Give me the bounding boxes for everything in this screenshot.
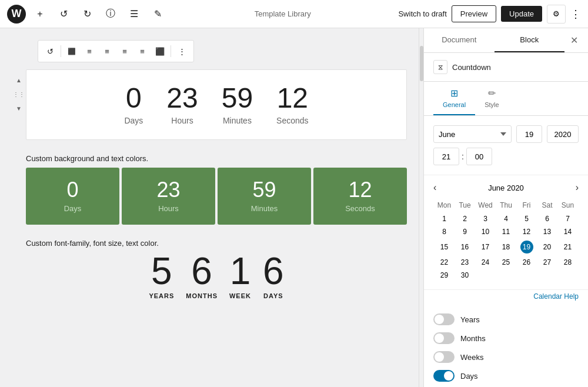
calendar-day[interactable]: 10 [476,226,495,238]
align-center2-button[interactable]: ≡ [99,43,115,59]
calendar-day[interactable]: 22 [435,256,454,268]
calendar-day[interactable]: 27 [537,256,557,268]
minutes-label: Minutes [223,116,252,125]
switch-draft-button[interactable]: Switch to draft [398,9,446,18]
more-options-button[interactable]: ⋮ [570,8,581,21]
calendar-day[interactable]: 18 [496,239,516,255]
calendar-next-button[interactable]: › [576,182,579,193]
year-input[interactable] [547,125,579,143]
right-sidebar: Document Block ✕ ⧖ Countdown ⊞ General ✏… [423,28,588,387]
style-tab-icon: ✏ [488,88,496,99]
info-button[interactable]: ⓘ [101,5,120,24]
style-panel-tab[interactable]: ✏ Style [475,82,508,115]
add-block-button[interactable]: + [31,5,49,24]
weeks-toggle-row: Weeks [433,348,579,366]
calendar-day[interactable]: 13 [537,226,557,238]
undo-button[interactable]: ↺ [54,5,73,24]
list-view-button[interactable]: ☰ [125,5,143,24]
time-separator: : [462,152,464,161]
calendar-prev-button[interactable]: ‹ [433,182,436,193]
calendar-day[interactable] [476,269,495,281]
settings-button[interactable]: ⚙ [547,5,566,24]
years-label: YEARS [149,292,174,299]
days-toggle-track[interactable] [433,370,455,382]
calendar-day[interactable]: 30 [455,269,475,281]
align-justify-button[interactable]: ≡ [134,43,151,59]
calendar-day[interactable] [517,269,536,281]
calendar-day[interactable]: 14 [558,226,577,238]
calendar-day[interactable]: 1 [435,213,454,225]
calendar-day[interactable]: 9 [455,226,475,238]
months-toggle[interactable] [433,332,455,344]
editor-scrollbar[interactable] [419,28,423,387]
weeks-number: 1 [230,252,251,290]
move-up-button[interactable]: ▲ [13,74,25,86]
calendar-day[interactable]: 25 [496,256,516,268]
days-toggle-label: Days [460,372,478,381]
minute-input[interactable] [466,148,492,165]
align-wide-button[interactable]: ⬛ [152,43,168,59]
sidebar-block-title-row: ⧖ Countdown [424,53,588,82]
calendar-day[interactable] [496,269,516,281]
calendar-day[interactable]: 21 [558,239,577,255]
hours-label: Hours [171,116,193,125]
document-tab[interactable]: Document [424,28,495,52]
days-toggle-thumb [444,371,453,381]
years-toggle[interactable] [433,313,455,325]
scrollbar-thumb[interactable] [420,46,423,81]
calendar-day[interactable]: 29 [435,269,454,281]
align-center-button[interactable]: ⬛ [64,43,80,59]
calendar-day[interactable]: 16 [455,239,475,255]
calendar-day[interactable] [537,269,557,281]
calendar-day[interactable]: 26 [517,256,536,268]
calendar-help-link[interactable]: Calendar Help [424,292,588,305]
calendar-day[interactable]: 28 [558,256,577,268]
calendar-day[interactable]: 24 [476,256,495,268]
align-right-button[interactable]: ≡ [116,43,133,59]
calendar-day[interactable]: 11 [496,226,516,238]
move-down-button[interactable]: ▼ [13,102,25,114]
calendar-day[interactable]: 5 [517,213,536,225]
calendar-day[interactable]: 20 [537,239,557,255]
days-box-number: 0 [66,179,78,201]
calendar-day[interactable]: 12 [517,226,536,238]
calendar-day[interactable]: 17 [476,239,495,255]
general-panel-tab[interactable]: ⊞ General [433,82,475,115]
calendar-day[interactable]: 19 [517,239,536,255]
align-left-button[interactable]: ≡ [81,43,98,59]
calendar-day[interactable]: 23 [455,256,475,268]
hour-input[interactable] [433,148,459,165]
calendar-day[interactable]: 8 [435,226,454,238]
calendar-day[interactable]: 2 [455,213,475,225]
sidebar-close-button[interactable]: ✕ [564,31,583,50]
cal-header-tue: Tue [455,199,475,212]
preview-button[interactable]: Preview [452,5,496,22]
days-box: 0 Days [26,168,119,225]
weeks-toggle[interactable] [433,351,455,363]
weeks-toggle-track[interactable] [433,351,455,363]
drag-handle-button[interactable]: ⋮⋮ [13,88,25,100]
calendar-day[interactable]: 15 [435,239,454,255]
minutes-box: 59 Minutes [218,168,311,225]
block-tab[interactable]: Block [495,28,565,52]
calendar-day[interactable]: 3 [476,213,495,225]
tools-button[interactable]: ✎ [148,5,167,24]
months-toggle-track[interactable] [433,332,455,344]
redo-button[interactable]: ↻ [78,5,96,24]
days-toggle[interactable] [433,370,455,382]
calendar-day[interactable] [558,269,577,281]
transform-button[interactable]: ↺ [42,43,58,59]
month-select[interactable]: June January February March April May Ju… [433,125,512,143]
days-label: Days [124,116,143,125]
calendar-day[interactable]: 4 [496,213,516,225]
general-tab-icon: ⊞ [450,88,458,99]
cal-header-sat: Sat [537,199,557,212]
calendar-title: June 2020 [488,184,524,192]
day-input[interactable] [516,125,542,143]
months-label: MONTHS [186,292,218,299]
years-toggle-track[interactable] [433,313,455,325]
update-button[interactable]: Update [501,6,542,22]
calendar-day[interactable]: 6 [537,213,557,225]
more-options-block-button[interactable]: ⋮ [173,43,190,59]
calendar-day[interactable]: 7 [558,213,577,225]
